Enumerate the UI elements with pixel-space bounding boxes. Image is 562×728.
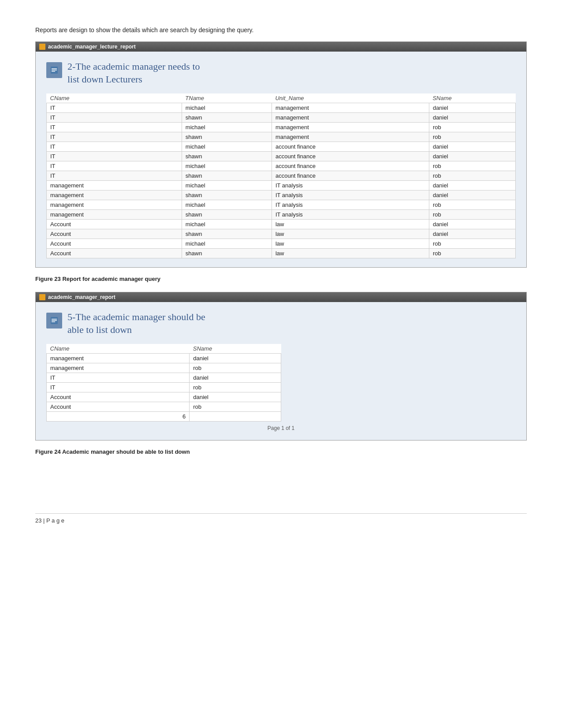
table-cell: rob xyxy=(429,249,515,258)
count-cell: 6 xyxy=(47,412,190,422)
table-cell: rob xyxy=(429,171,515,181)
table-row: Accountshawnlawrob xyxy=(47,249,516,258)
svg-rect-2 xyxy=(52,70,57,71)
report2-body: 5-The academic manager should be able to… xyxy=(36,302,526,440)
page-footer: Page 1 of 1 xyxy=(46,425,516,431)
table-cell: rob xyxy=(429,200,515,210)
table-row: Accountshawnlawdaniel xyxy=(47,229,516,239)
table-cell: michael xyxy=(182,220,272,229)
col-sname: SName xyxy=(429,93,515,103)
report1-window: academic_manager_lecture_report 2-The ac… xyxy=(35,41,527,268)
intro-text: Reports are design to show the details w… xyxy=(35,26,527,34)
table-cell: IT xyxy=(47,383,190,392)
table-cell: law xyxy=(272,249,429,258)
table-cell: law xyxy=(272,239,429,249)
table-cell: rob xyxy=(190,383,281,392)
table-cell: daniel xyxy=(429,220,515,229)
table-cell: account finance xyxy=(272,142,429,152)
svg-rect-3 xyxy=(52,71,55,72)
table-cell: rob xyxy=(429,210,515,220)
table-cell: IT analysis xyxy=(272,181,429,190)
report1-titlebar: academic_manager_lecture_report xyxy=(36,42,526,52)
table-cell: shawn xyxy=(182,190,272,200)
table-cell: account finance xyxy=(272,152,429,161)
table-row: Accountdaniel xyxy=(47,392,281,402)
table-cell: management xyxy=(272,103,429,113)
report2-header: 5-The academic manager should be able to… xyxy=(46,311,516,336)
report-icon xyxy=(50,66,59,75)
table-cell: shawn xyxy=(182,171,272,181)
table-cell: management xyxy=(47,190,182,200)
table-row: ITrob xyxy=(47,383,281,392)
table-cell: rob xyxy=(429,239,515,249)
table-cell: Account xyxy=(47,220,182,229)
report1-title: 2-The academic manager needs to list dow… xyxy=(67,60,200,86)
report2-table: CName SName managementdanielmanagementro… xyxy=(46,344,281,422)
table-cell: management xyxy=(47,210,182,220)
table-cell: michael xyxy=(182,103,272,113)
table-cell: rob xyxy=(429,161,515,171)
table-cell: Account xyxy=(47,402,190,412)
page-number: 23 | P a g e xyxy=(35,513,527,524)
table-cell: law xyxy=(272,220,429,229)
table-cell: rob xyxy=(190,363,281,373)
table-cell: management xyxy=(272,132,429,142)
table-cell: account finance xyxy=(272,171,429,181)
report1-table: CName TName Unit_Name SName ITmichaelman… xyxy=(46,93,516,258)
table-cell: michael xyxy=(182,239,272,249)
table-cell: michael xyxy=(182,161,272,171)
report1-header: 2-The academic manager needs to list dow… xyxy=(46,60,516,86)
table-cell: IT xyxy=(47,132,182,142)
table-cell: IT analysis xyxy=(272,190,429,200)
table-cell: management xyxy=(47,181,182,190)
report2-titlebar-label: academic_manager_report xyxy=(48,294,115,300)
svg-rect-1 xyxy=(52,68,57,69)
table-cell: management xyxy=(272,113,429,123)
table-cell: daniel xyxy=(190,373,281,383)
table-cell: daniel xyxy=(190,392,281,402)
table-row: ITmichaelmanagementdaniel xyxy=(47,103,516,113)
table-cell: shawn xyxy=(182,113,272,123)
table-row: ITshawnaccount financerob xyxy=(47,171,516,181)
table-row: managementshawnIT analysisrob xyxy=(47,210,516,220)
table-row: ITmichaelaccount financerob xyxy=(47,161,516,171)
svg-rect-7 xyxy=(52,321,55,322)
table-cell: IT xyxy=(47,113,182,123)
report2-title: 5-The academic manager should be able to… xyxy=(67,311,205,336)
figure24-caption: Figure 24 Academic manager should be abl… xyxy=(35,448,527,455)
table-cell: IT xyxy=(47,152,182,161)
table-row: ITshawnmanagementdaniel xyxy=(47,113,516,123)
table-cell: daniel xyxy=(429,152,515,161)
table-row: managementmichaelIT analysisdaniel xyxy=(47,181,516,190)
table-cell: Account xyxy=(47,239,182,249)
table-cell: michael xyxy=(182,142,272,152)
table-row: ITmichaelaccount financedaniel xyxy=(47,142,516,152)
report2-titlebar-icon xyxy=(39,294,45,300)
table-cell: IT xyxy=(47,171,182,181)
col-tname: TName xyxy=(182,93,272,103)
report1-titlebar-label: academic_manager_lecture_report xyxy=(48,44,136,50)
table-cell: rob xyxy=(429,132,515,142)
table-row: ITshawnaccount financedaniel xyxy=(47,152,516,161)
table-cell: management xyxy=(47,200,182,210)
report1-titlebar-icon xyxy=(39,44,45,50)
table-cell: daniel xyxy=(429,142,515,152)
count-row: 6 xyxy=(47,412,281,422)
table-cell: shawn xyxy=(182,249,272,258)
table-cell: shawn xyxy=(182,210,272,220)
table-row: managementmichaelIT analysisrob xyxy=(47,200,516,210)
table-row: Accountrob xyxy=(47,402,281,412)
svg-rect-5 xyxy=(52,319,57,320)
count-empty xyxy=(190,412,281,422)
svg-rect-6 xyxy=(52,320,57,321)
table-cell: IT xyxy=(47,373,190,383)
table-row: managementdaniel xyxy=(47,354,281,363)
table-cell: rob xyxy=(190,402,281,412)
table-cell: daniel xyxy=(429,181,515,190)
table-cell: michael xyxy=(182,123,272,132)
table-cell: michael xyxy=(182,200,272,210)
table-cell: IT xyxy=(47,161,182,171)
figure23-caption: Figure 23 Report for academic manager qu… xyxy=(35,276,527,282)
table-row: managementshawnIT analysisdaniel xyxy=(47,190,516,200)
table-cell: management xyxy=(47,363,190,373)
